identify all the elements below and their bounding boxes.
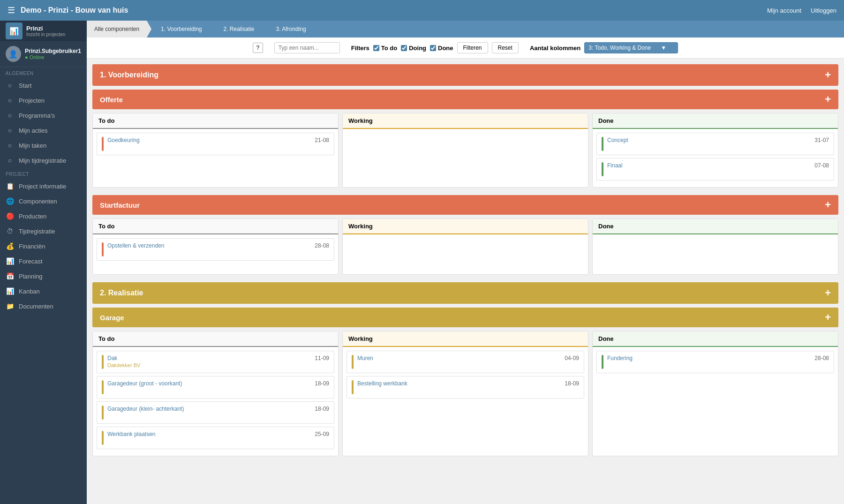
col-body-startfactuur-done (593, 234, 838, 272)
doing-checkbox-label[interactable]: Doing (401, 45, 426, 52)
sidebar-item-project-informatie[interactable]: 📋 Project informatie (0, 179, 87, 194)
table-row[interactable]: Garagedeur (groot - voorkant) 18-09 (97, 376, 334, 399)
col-body-garage-todo: Dak Dakdekker BV 11-09 Garagedeur (groot… (93, 347, 338, 456)
col-header-todo: To do (93, 219, 338, 234)
search-input[interactable] (274, 42, 340, 53)
sidebar-item-mijn-tijdregistratie[interactable]: ○ Mijn tijdregistratie (0, 153, 87, 168)
phase-add-realisatie[interactable]: + (825, 287, 831, 299)
card-title: Goedkeuring (107, 137, 311, 143)
tab-realisatie[interactable]: 2. Realisatie (216, 21, 262, 38)
col-header-working: Working (343, 219, 588, 234)
filter-help-button[interactable]: ? (253, 43, 263, 53)
sidebar-item-kanban[interactable]: 📊 Kanban (0, 284, 87, 299)
card-date: 25-09 (315, 431, 329, 437)
card-content: Garagedeur (klein- achterkant) (107, 406, 311, 412)
phase-header-realisatie: 2. Realisatie + (92, 282, 838, 304)
columns-select-btn[interactable]: 3: Todo, Working & Done ▼ (584, 42, 678, 53)
sidebar-item-projecten[interactable]: ○ Projecten (0, 93, 87, 108)
sidebar-item-label: Start (19, 82, 31, 89)
sidebar-item-componenten[interactable]: 🌐 Componenten (0, 194, 87, 209)
phase-label-voorbereiding: 1. Voorbereiding (100, 71, 158, 79)
sidebar-item-forecast[interactable]: 📊 Forecast (0, 254, 87, 269)
component-add-startfactuur[interactable]: + (825, 199, 831, 211)
nav-tabs: Alle componenten 1. Voorbereiding 2. Rea… (87, 21, 844, 38)
component-add-offerte[interactable]: + (825, 93, 831, 105)
project-section-label: Project (0, 168, 87, 179)
table-row[interactable]: Opstellen & verzenden 28-08 (97, 238, 334, 261)
logo-sub: Inzicht in projecten (26, 32, 65, 37)
table-row[interactable]: Fundering 28-08 (596, 351, 834, 373)
sidebar-item-label: Planning (19, 273, 43, 280)
sidebar-item-mijn-acties[interactable]: ○ Mijn acties (0, 123, 87, 138)
component-header-offerte: Offerte + (92, 90, 838, 109)
done-checkbox[interactable] (430, 45, 436, 51)
sidebar-item-financien[interactable]: 💰 Financiën (0, 239, 87, 254)
card-content: Werkbank plaatsen (107, 431, 311, 437)
card-bar (602, 162, 603, 176)
sidebar-item-programmas[interactable]: ○ Programma's (0, 108, 87, 123)
table-row[interactable]: Goedkeuring 21-08 (97, 133, 334, 155)
card-title: Concept (607, 137, 811, 143)
filteren-button[interactable]: Filteren (457, 42, 488, 53)
tab-voorbereiding[interactable]: 1. Voorbereiding (153, 21, 209, 38)
kanban-icon: 📊 (6, 287, 14, 295)
card-content: Muren (357, 355, 561, 361)
card-date: 04-09 (565, 355, 579, 361)
top-bar: ☰ Demo - Prinzi - Bouw van huis Mijn acc… (0, 0, 844, 21)
table-row[interactable]: Dak Dakdekker BV 11-09 (97, 351, 334, 373)
mijn-account-link[interactable]: Mijn account (767, 7, 801, 14)
component-header-startfactuur: Startfactuur + (92, 195, 838, 215)
col-body-garage-working: Muren 04-09 Bestelling werkbank 18-09 (343, 347, 588, 405)
col-body-startfactuur-working (343, 234, 588, 272)
card-title: Dak (107, 355, 311, 361)
sidebar-item-tijdregistratie[interactable]: ⏱ Tijdregistratie (0, 224, 87, 239)
kanban-col-startfactuur-todo: To do Opstellen & verzenden 28-08 (92, 218, 339, 275)
card-content: Goedkeuring (107, 137, 311, 143)
todo-checkbox[interactable] (373, 45, 379, 51)
card-bar (352, 355, 354, 369)
kanban-col-offerte-working: Working (342, 113, 588, 188)
col-body-offerte-working (343, 129, 588, 166)
card-title: Muren (357, 355, 561, 361)
reset-button[interactable]: Reset (492, 42, 519, 53)
doing-checkbox[interactable] (401, 45, 407, 51)
sidebar-item-mijn-taken[interactable]: ○ Mijn taken (0, 138, 87, 153)
columns-label: Aantal kolommen (530, 45, 580, 52)
sidebar-item-planning[interactable]: 📅 Planning (0, 269, 87, 284)
kanban-row-offerte: To do Goedkeuring 21-08 WorkingDone Conc… (92, 113, 838, 188)
card-bar (102, 431, 104, 445)
table-row[interactable]: Concept 31-07 (596, 133, 834, 155)
sidebar-item-label: Kanban (19, 288, 40, 295)
menu-icon[interactable]: ☰ (8, 5, 15, 15)
component-add-garage[interactable]: + (825, 311, 831, 323)
done-checkbox-label[interactable]: Done (430, 45, 453, 52)
tab-arrow-1 (209, 21, 214, 38)
filter-bar: ? Filters To do Doing Done (87, 38, 844, 59)
table-row[interactable]: Muren 04-09 (347, 351, 584, 373)
tab-alle-componenten[interactable]: Alle componenten (87, 21, 147, 38)
sidebar-item-label: Producten (19, 213, 46, 220)
col-header-done: Done (593, 113, 838, 129)
table-row[interactable]: Bestelling werkbank 18-09 (347, 376, 584, 399)
kanban-col-garage-done: Done Fundering 28-08 (592, 331, 838, 456)
card-bar (102, 355, 104, 369)
tab-afronding[interactable]: 3. Afronding (269, 21, 314, 38)
table-row[interactable]: Werkbank plaatsen 25-09 (97, 427, 334, 449)
uitloggen-link[interactable]: Uitloggen (811, 7, 836, 14)
component-label-offerte: Offerte (100, 96, 123, 104)
sidebar-item-documenten[interactable]: 📁 Documenten (0, 299, 87, 314)
tab-arrow-2 (262, 21, 267, 38)
sidebar-item-start[interactable]: ○ Start (0, 78, 87, 93)
table-row[interactable]: Finaal 07-08 (596, 158, 834, 181)
todo-label: To do (381, 45, 397, 52)
programmas-icon: ○ (6, 112, 14, 119)
table-row[interactable]: Garagedeur (klein- achterkant) 18-09 (97, 401, 334, 424)
phase-add-voorbereiding[interactable]: + (825, 69, 831, 81)
columns-dropdown-icon: ▼ (661, 45, 666, 51)
projecten-icon: ○ (6, 97, 14, 104)
todo-checkbox-label[interactable]: To do (373, 45, 397, 52)
card-content: Finaal (607, 162, 811, 169)
sidebar-item-producten[interactable]: 🔴 Producten (0, 209, 87, 224)
logo-name: Prinzi (26, 25, 65, 32)
component-header-garage: Garage + (92, 308, 838, 327)
